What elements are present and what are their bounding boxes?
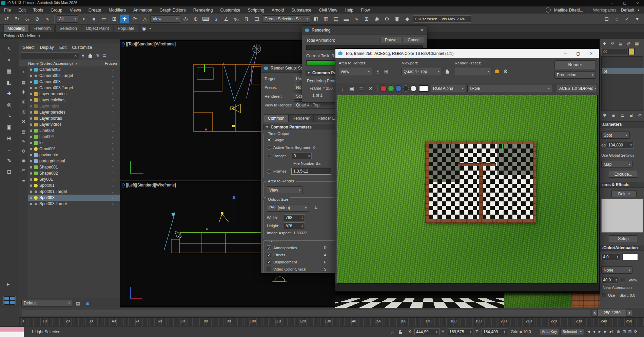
side-toolbar-icon[interactable]: ≡ [5,145,14,154]
explorer-object-row[interactable]: Camera003.Target ⁙ [28,85,120,91]
save-image-icon[interactable]: ↓ [338,84,346,93]
select-and-manipulate-icon[interactable]: ⊕ [191,15,200,23]
decay-type-dropdown[interactable]: None▾ [601,266,632,274]
rectangular-selection-icon[interactable]: ▭ [99,15,109,23]
workspaces-caret-icon[interactable]: ▾ [638,8,639,12]
visibility-dot-icon[interactable] [30,178,32,181]
render-production-icon[interactable]: ◆ [403,15,412,23]
frozen-toggle-icon[interactable]: ⁙ [112,153,115,157]
z-coordinate-field[interactable]: 164,409▲▼ [482,329,507,335]
menu-item[interactable]: Views [70,8,81,13]
previous-frame-button[interactable]: < [592,309,598,317]
layer-explorer-icon[interactable]: ▤ [331,15,341,23]
next-frame-button[interactable]: > [627,309,632,317]
sort-ascending-icon[interactable]: ▲ [75,62,78,65]
explorer-object-row[interactable]: Spot003 ⁙ [28,195,120,201]
use-global-settings-label[interactable]: Use Global Settings [601,153,634,157]
frozen-toggle-icon[interactable]: ⁙ [112,196,115,200]
explorer-toolbar-icon[interactable]: ▣ [20,157,27,164]
select-by-name-icon[interactable]: ≡ [89,15,99,23]
frozen-toggle-icon[interactable]: ⁙ [112,80,115,84]
explorer-toolbar-icon[interactable]: ▤ [20,127,27,135]
isolate-selection-icon[interactable]: ◌ [612,15,622,23]
health-check-icon[interactable]: ✓ [622,15,632,23]
viewport-lock-icon[interactable] [443,67,451,76]
frozen-toggle-icon[interactable]: ⁙ [112,147,115,151]
object-color-swatch[interactable] [628,48,635,55]
explorer-object-row[interactable]: Line004 ⁙ [28,134,120,140]
auto-region-icon[interactable]: ⊞ [382,67,390,76]
ribbon-tab[interactable]: Modeling [3,24,29,33]
render-setup-tab[interactable]: Common [264,114,289,122]
visibility-dot-icon[interactable] [30,130,32,132]
rendered-frame-icon[interactable]: ▣ [392,15,402,23]
pause-button[interactable]: Pause [380,37,401,43]
active-time-segment-radio[interactable] [267,145,271,150]
bind-to-space-warp-icon[interactable]: ∿ [43,15,52,23]
light-color-swatch[interactable] [622,254,638,260]
frozen-toggle-icon[interactable]: ⁙ [112,135,115,139]
ribbon-tab[interactable]: Populate [114,24,138,33]
visibility-dot-icon[interactable] [30,111,32,114]
frozen-column-header[interactable]: Frozen [102,61,120,65]
filter-funnel-icon[interactable]: ▼ [80,52,86,59]
side-toolbar-icon[interactable]: ⊞ [5,134,14,142]
viewport-dropdown[interactable]: Quad 4 - Top▾ [401,68,442,75]
cancel-button[interactable]: Cancel [404,37,424,43]
auto-key-button[interactable]: Auto Key [540,328,559,335]
option-checkbox[interactable]: ✓ [267,260,271,264]
spinner-snap-icon[interactable]: ⇅ [242,15,251,23]
explorer-toolbar-icon[interactable]: ⌖ [20,68,27,76]
explorer-toolbar-icon[interactable]: ⚙ [20,147,27,155]
channel-display-dropdown[interactable]: RGB Alpha▾ [431,85,466,92]
side-toolbar-icon[interactable]: ↖ [5,45,14,53]
output-size-preset-dropdown[interactable]: PAL (video)▾ [267,204,309,212]
explorer-toolbar-icon[interactable]: ⊞ [20,98,27,105]
material-editor-icon[interactable]: ◉ [372,15,382,23]
frozen-toggle-icon[interactable]: ⁙ [112,129,115,133]
side-expand-icon[interactable]: ▶ [7,282,9,286]
frozen-toggle-icon[interactable]: ⁙ [112,86,115,90]
explorer-object-row[interactable]: Layer:paredes ⁙ [28,109,120,115]
explorer-toolbar-icon[interactable]: ◎ [20,108,27,115]
visibility-dot-icon[interactable] [30,87,32,89]
explorer-menu-item[interactable]: Select [23,45,35,50]
viewport-layout-button[interactable] [3,296,16,305]
visibility-dot-icon[interactable] [30,203,32,205]
visibility-dot-icon[interactable] [30,191,32,193]
explorer-object-row[interactable]: Layer:vidros ⁙ [28,121,120,127]
redo-icon[interactable]: ↻ [12,15,22,23]
minimize-button[interactable]: ─ [605,0,618,6]
lock-icon[interactable] [87,52,93,59]
account-name[interactable]: Matilde Direiti... [554,8,583,13]
explorer-toolbar-icon[interactable]: ▦ [20,78,27,86]
ribbon-tab[interactable]: Object Paint [82,24,113,33]
explorer-object-row[interactable]: Spot001.Target ⁙ [28,189,120,195]
visibility-dot-icon[interactable] [30,136,32,138]
render-setup-tab[interactable]: Renderer [289,114,314,122]
time-slider-track[interactable] [22,310,590,316]
named-selection-sets-icon[interactable]: ▤ [252,15,261,23]
select-and-rotate-icon[interactable]: ⟳ [130,15,139,23]
range-label[interactable]: Range: [273,154,286,158]
multiplier-spinner[interactable]: 4,0▲▼ [601,254,620,260]
explorer-toolbar-icon[interactable]: ≡ [20,177,27,184]
previous-frame-icon[interactable]: ◀ [591,328,597,335]
x-coordinate-field[interactable]: 444,99▲▼ [414,329,440,335]
side-toolbar-icon[interactable]: ✚ [5,90,14,98]
menu-item[interactable]: Customize [220,8,240,13]
print-image-icon[interactable]: ≣ [357,84,365,93]
visibility-dot-icon[interactable] [30,148,32,150]
explorer-object-row[interactable]: porta principal ⁙ [28,158,120,164]
make-unique-icon[interactable]: ≣ [618,112,626,119]
display-space-dropdown[interactable]: sRGB▾ [467,85,552,92]
curve-editor-icon[interactable]: ∿ [352,15,361,23]
explorer-menu-item[interactable]: Edit [59,45,67,50]
explorer-menu-item[interactable]: Customize [72,45,92,50]
side-toolbar-icon[interactable]: ◧ [5,78,14,86]
column-chooser-icon[interactable]: ⊞ [94,52,100,59]
blue-channel-icon[interactable] [395,85,402,92]
frames-radio[interactable] [267,169,271,174]
range-start-spinner[interactable]: 0 ▲▼ [292,153,312,159]
explorer-object-row[interactable]: Camera002 ⁙ [28,66,120,73]
